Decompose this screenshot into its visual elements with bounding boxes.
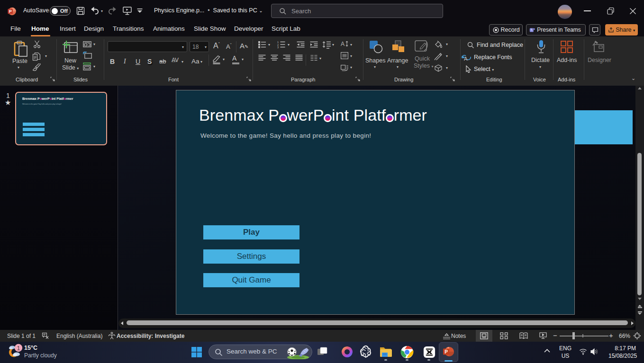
svg-text:3: 3 bbox=[277, 46, 279, 48]
svg-text:P: P bbox=[9, 9, 12, 14]
svg-text:A: A bbox=[464, 56, 468, 62]
svg-text:P: P bbox=[444, 349, 448, 354]
svg-text:T: T bbox=[531, 28, 533, 32]
svg-text:A: A bbox=[341, 41, 345, 47]
svg-text:1: 1 bbox=[17, 345, 20, 352]
